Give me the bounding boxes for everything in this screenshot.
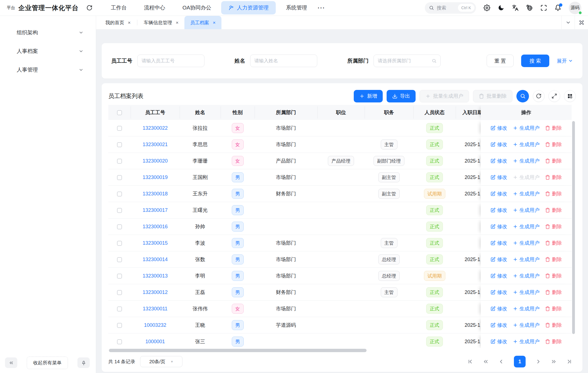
close-icon[interactable]: × (176, 20, 179, 25)
sidebar-collapse-button[interactable] (5, 357, 17, 368)
employee-id-link[interactable]: 10003232 (144, 322, 166, 328)
row-checkbox[interactable] (117, 306, 122, 311)
delete-button[interactable]: 删除 (545, 256, 562, 263)
tab-我的首页[interactable]: 我的首页× (99, 16, 136, 29)
employee-id-link[interactable]: 132300013 (143, 273, 168, 279)
next-page-button[interactable] (535, 359, 541, 365)
employee-id-link[interactable]: 132300018 (143, 191, 168, 197)
global-search[interactable]: 搜索 Ctrl K (425, 2, 476, 14)
delete-button[interactable]: 删除 (545, 223, 562, 230)
generate-user-button[interactable]: 生成用户 (513, 240, 540, 246)
delete-button[interactable]: 删除 (545, 190, 562, 197)
batch-delete-button[interactable]: 批量删除 (473, 90, 513, 102)
row-checkbox[interactable] (117, 142, 122, 147)
delete-button[interactable]: 删除 (545, 289, 562, 296)
close-icon[interactable]: × (213, 20, 216, 25)
column-settings-button[interactable] (564, 90, 576, 102)
edit-button[interactable]: 修改 (491, 223, 507, 230)
employee-id-link[interactable]: 132300017 (143, 207, 168, 213)
row-checkbox[interactable] (117, 241, 122, 246)
row-checkbox[interactable] (117, 159, 122, 164)
delete-button[interactable]: 删除 (545, 338, 562, 345)
row-checkbox[interactable] (117, 208, 122, 213)
edit-button[interactable]: 修改 (491, 141, 507, 148)
row-checkbox[interactable] (117, 274, 122, 279)
generate-user-button[interactable]: 生成用户 (513, 289, 540, 296)
row-checkbox[interactable] (117, 339, 122, 344)
table-refresh-button[interactable] (533, 90, 545, 102)
collapse-all-menus-button[interactable]: 收起所有菜单 (27, 357, 68, 369)
row-checkbox[interactable] (117, 192, 122, 197)
edit-button[interactable]: 修改 (491, 289, 507, 296)
content-fullscreen-button[interactable] (575, 16, 588, 29)
jump-forward-button[interactable] (551, 359, 557, 365)
row-checkbox[interactable] (117, 175, 122, 180)
settings-button[interactable] (484, 4, 490, 11)
employee-id-link[interactable]: 1000001 (145, 339, 165, 344)
prev-page-button[interactable] (498, 359, 504, 365)
horizontal-scrollbar[interactable] (108, 349, 576, 353)
fullscreen-button[interactable] (540, 4, 547, 11)
generate-user-button[interactable]: 生成用户 (513, 158, 540, 164)
tabs-dropdown-button[interactable] (561, 16, 575, 29)
generate-user-button[interactable]: 生成用户 (513, 174, 540, 181)
delete-button[interactable]: 删除 (545, 174, 562, 181)
delete-button[interactable]: 删除 (545, 322, 562, 328)
employee-id-link[interactable]: 132300011 (143, 306, 168, 311)
sidebar-item-人事档案[interactable]: 人事档案 (0, 42, 96, 60)
row-checkbox[interactable] (117, 290, 122, 295)
delete-button[interactable]: 删除 (545, 305, 562, 312)
timezone-globe-button[interactable] (526, 4, 533, 11)
horizontal-scrollbar-thumb[interactable] (109, 349, 367, 352)
first-page-button[interactable] (467, 359, 473, 365)
batch-generate-users-button[interactable]: 批量生成用户 (419, 90, 469, 102)
nav-more-button[interactable]: ··· (314, 4, 328, 11)
edit-button[interactable]: 修改 (491, 273, 507, 279)
employee-id-input[interactable] (137, 55, 204, 67)
delete-button[interactable]: 删除 (545, 273, 562, 279)
row-checkbox[interactable] (117, 323, 122, 328)
edit-button[interactable]: 修改 (491, 240, 507, 246)
reset-button[interactable]: 重 置 (487, 55, 514, 67)
employee-id-link[interactable]: 132300014 (143, 257, 168, 262)
vertical-scrollbar-thumb[interactable] (572, 121, 575, 334)
employee-id-link[interactable]: 132300022 (143, 125, 168, 131)
generate-user-button[interactable]: 生成用户 (513, 256, 540, 263)
name-input[interactable] (254, 58, 313, 64)
generate-user-button[interactable]: 生成用户 (513, 125, 540, 131)
page-size-select[interactable]: 20条/页 ▼ (140, 356, 182, 367)
row-checkbox[interactable] (117, 224, 122, 229)
expand-filters-link[interactable]: 展开 (557, 58, 573, 64)
row-checkbox[interactable] (117, 257, 122, 262)
edit-button[interactable]: 修改 (491, 338, 507, 345)
delete-button[interactable]: 删除 (545, 125, 562, 131)
last-page-button[interactable] (566, 359, 572, 365)
generate-user-button[interactable]: 生成用户 (513, 273, 540, 279)
employee-id-link[interactable]: 132300015 (143, 240, 168, 246)
edit-button[interactable]: 修改 (491, 256, 507, 263)
employee-id-link[interactable]: 132300016 (143, 224, 168, 229)
refresh-button[interactable] (86, 5, 92, 11)
employee-id-link[interactable]: 132300020 (143, 158, 168, 164)
generate-user-button[interactable]: 生成用户 (513, 207, 540, 214)
generate-user-button[interactable]: 生成用户 (513, 338, 540, 345)
nav-item[interactable]: 系统管理 (279, 1, 314, 14)
generate-user-button[interactable]: 生成用户 (513, 305, 540, 312)
delete-button[interactable]: 删除 (545, 207, 562, 214)
table-search-button[interactable] (516, 90, 529, 102)
generate-user-button[interactable]: 生成用户 (513, 223, 540, 230)
language-switch-button[interactable] (512, 4, 519, 11)
department-select[interactable] (374, 55, 441, 67)
table-fullscreen-button[interactable] (548, 90, 560, 102)
delete-button[interactable]: 删除 (545, 240, 562, 246)
name-input[interactable] (250, 55, 317, 67)
tab-员工档案[interactable]: 员工档案× (184, 16, 221, 29)
employee-id-link[interactable]: 132300012 (143, 289, 168, 295)
search-button[interactable]: 搜 索 (521, 55, 549, 67)
add-button[interactable]: 新增 (354, 90, 383, 102)
close-icon[interactable]: × (128, 20, 131, 25)
row-checkbox[interactable] (117, 126, 122, 131)
delete-button[interactable]: 删除 (545, 158, 562, 164)
edit-button[interactable]: 修改 (491, 207, 507, 214)
page-number-current[interactable]: 1 (514, 356, 526, 367)
